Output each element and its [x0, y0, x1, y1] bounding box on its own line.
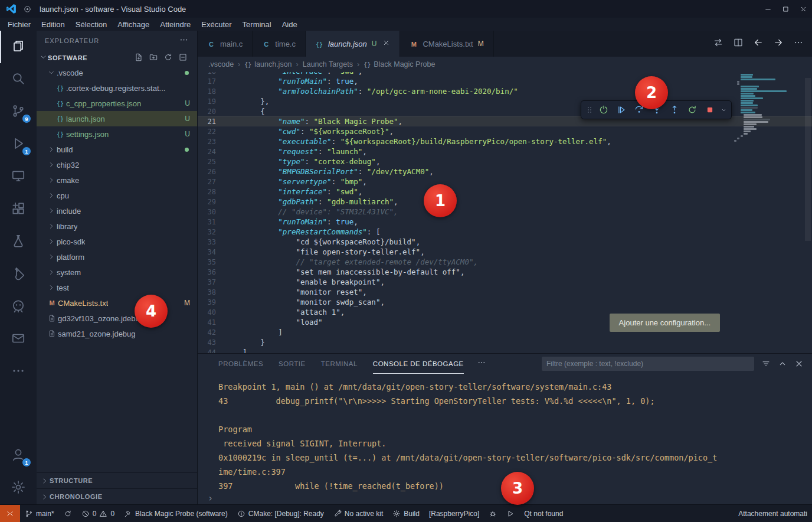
line-number[interactable]: 26: [198, 168, 225, 176]
code-line-16[interactable]: 16 "interface": "swd",: [198, 72, 812, 76]
status-git-branch[interactable]: main*: [20, 505, 59, 522]
code-line-34[interactable]: 34 "file open-story-teller.elf",: [198, 247, 812, 257]
panel-tab-terminal[interactable]: TERMINAL: [321, 354, 358, 374]
tree-item-settings-json[interactable]: {}settings.jsonU: [37, 126, 197, 142]
tree-item-cmakelists-txt[interactable]: MCMakeLists.txtM: [37, 295, 197, 311]
line-number[interactable]: 30: [198, 208, 225, 216]
tree-item-build[interactable]: build: [37, 142, 197, 157]
status-auto-attach[interactable]: Attachement automati: [734, 505, 812, 522]
activity-run-debug[interactable]: 1: [0, 128, 37, 161]
menu-aide[interactable]: Aide: [277, 18, 303, 31]
close-button[interactable]: [794, 0, 812, 18]
filter-lines-icon[interactable]: [761, 359, 771, 368]
menu-edition[interactable]: Edition: [36, 18, 70, 31]
activity-extensions[interactable]: [0, 193, 37, 226]
minimize-button[interactable]: [759, 0, 777, 18]
continue-button[interactable]: [613, 102, 630, 118]
code-line-18[interactable]: 18 "armToolchainPath": "/opt/gcc-arm-non…: [198, 86, 812, 96]
tree-item-chip32[interactable]: chip32: [37, 157, 197, 172]
menu-atteindre[interactable]: Atteindre: [155, 18, 196, 31]
line-number[interactable]: 44: [198, 348, 225, 354]
menu-executer[interactable]: Exécuter: [196, 18, 237, 31]
status-problems[interactable]: 00: [77, 505, 119, 522]
code-line-35[interactable]: 35 // "target extended-remote /dev/ttyAC…: [198, 257, 812, 267]
status-cmake-build[interactable]: Build: [388, 505, 424, 522]
line-number[interactable]: 24: [198, 148, 225, 156]
status-remote[interactable]: [0, 505, 20, 522]
chevron-down-small-button[interactable]: [719, 102, 728, 118]
line-number[interactable]: 25: [198, 158, 225, 166]
more-actions-icon[interactable]: [179, 35, 189, 46]
tree-item-library[interactable]: library: [37, 218, 197, 234]
step-out-button[interactable]: [666, 102, 683, 118]
tree-item-launch-json[interactable]: {}launch.jsonU: [37, 111, 197, 126]
code-line-24[interactable]: 24 "request": "launch",: [198, 146, 812, 156]
line-number[interactable]: 36: [198, 268, 225, 276]
activity-source-control[interactable]: 9: [0, 96, 37, 128]
tree-item-include[interactable]: include: [37, 203, 197, 218]
menu-affichage[interactable]: Affichage: [112, 18, 155, 31]
code-line-25[interactable]: 25 "type": "cortex-debug",: [198, 156, 812, 167]
tab-launch-json[interactable]: {}launch.jsonU: [306, 31, 400, 57]
line-number[interactable]: 43: [198, 338, 225, 347]
line-number[interactable]: 37: [198, 278, 225, 286]
activity-testing[interactable]: [0, 226, 37, 258]
close-icon[interactable]: [382, 39, 390, 48]
line-number[interactable]: 41: [198, 318, 225, 327]
section-structure[interactable]: STRUCTURE: [37, 472, 197, 488]
code-line-23[interactable]: 23 "executable": "${workspaceRoot}/build…: [198, 136, 812, 146]
code-line-30[interactable]: 30 // "device": "STM32L431VC",: [198, 207, 812, 217]
status-cmake-run[interactable]: [502, 505, 519, 522]
code-line-22[interactable]: 22 "cwd": "${workspaceRoot}",: [198, 126, 812, 136]
line-number[interactable]: 33: [198, 238, 225, 246]
collapse-all-icon[interactable]: [178, 53, 188, 63]
tree-item-samd21-ozone-jdebug[interactable]: samd21_ozone.jdebug: [37, 326, 197, 341]
line-number[interactable]: 38: [198, 288, 225, 296]
close-icon[interactable]: [794, 359, 804, 368]
line-number[interactable]: 18: [198, 87, 225, 96]
status-cmake-kit[interactable]: No active kit: [329, 505, 388, 522]
code-line-27[interactable]: 27 "servertype": "bmp",: [198, 177, 812, 187]
breadcrumb-item-launch-json[interactable]: {}launch.json: [244, 60, 292, 68]
line-number[interactable]: 22: [198, 128, 225, 136]
line-number[interactable]: 16: [198, 72, 225, 76]
line-number[interactable]: 27: [198, 178, 225, 186]
activity-rtos[interactable]: [0, 323, 37, 355]
breadcrumb[interactable]: .vscode›{}launch.json›Launch Targets›{}B…: [198, 57, 812, 72]
line-number[interactable]: 34: [198, 248, 225, 256]
back-icon[interactable]: [753, 37, 764, 50]
menu-fichier[interactable]: Fichier: [2, 18, 36, 31]
new-file-icon[interactable]: [134, 53, 143, 63]
tree-item-c-cpp-properties-json[interactable]: {}c_cpp_properties.jsonU: [37, 96, 197, 111]
panel-tab-sortie[interactable]: SORTIE: [279, 354, 306, 374]
breadcrumb-item-launch-targets[interactable]: Launch Targets: [303, 60, 353, 68]
activity-platformio[interactable]: [0, 291, 37, 323]
more-actions-icon[interactable]: [477, 358, 486, 370]
add-configuration-button[interactable]: Ajouter une configuration...: [610, 314, 720, 332]
menu-terminal[interactable]: Terminal: [237, 18, 277, 31]
line-number[interactable]: 42: [198, 328, 225, 337]
code-line-32[interactable]: 32 "preRestartCommands": [: [198, 227, 812, 237]
line-number[interactable]: 28: [198, 188, 225, 196]
chevron-up-icon[interactable]: [778, 359, 787, 368]
panel-tab-console-de-debogage[interactable]: CONSOLE DE DÉBOGAGE: [373, 354, 464, 374]
activity-explorer[interactable]: [0, 31, 37, 63]
tree-item-platform[interactable]: platform: [37, 249, 197, 265]
line-number[interactable]: 17: [198, 77, 225, 86]
tab-cmakelists-txt[interactable]: MCMakeLists.txtM: [400, 31, 493, 57]
breadcrumb-item-vscode[interactable]: .vscode: [208, 60, 234, 68]
code-line-44[interactable]: 44 ]: [198, 347, 812, 353]
refresh-icon[interactable]: [163, 53, 173, 63]
line-number[interactable]: 21: [198, 118, 225, 126]
line-number[interactable]: 32: [198, 228, 225, 236]
power-button[interactable]: [595, 102, 612, 118]
code-line-43[interactable]: 43 }: [198, 337, 812, 347]
code-line-26[interactable]: 26 "BMPGDBSerialPort": "/dev/ttyACM0",: [198, 167, 812, 177]
tree-item-cpu[interactable]: cpu: [37, 188, 197, 203]
activity-test-tube[interactable]: [0, 258, 37, 291]
tab-main-c[interactable]: Cmain.c: [198, 31, 253, 57]
code-line-36[interactable]: 36 "set mem inaccessible-by-default off"…: [198, 267, 812, 277]
code-line-37[interactable]: 37 "enable breakpoint",: [198, 277, 812, 287]
editor[interactable]: 16 "interface": "swd",17 "runToMain": tr…: [198, 72, 812, 353]
stop-button[interactable]: [702, 102, 718, 118]
